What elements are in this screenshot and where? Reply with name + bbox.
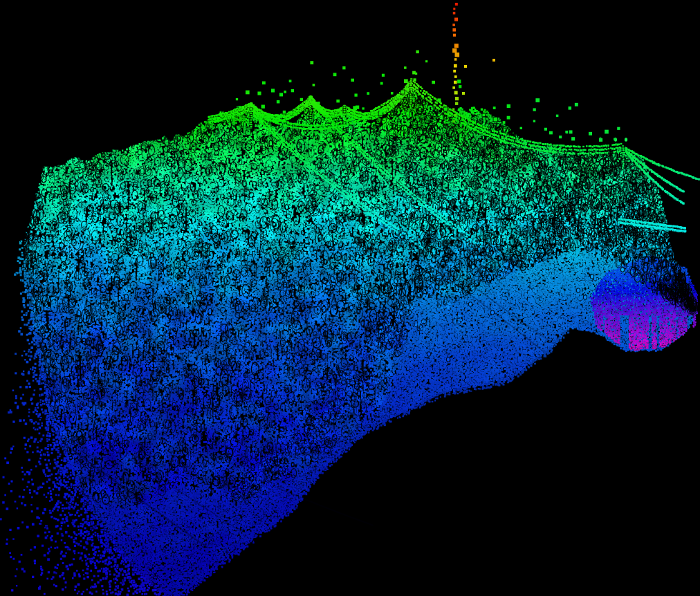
point-cloud-viewport: [0, 0, 700, 596]
point-cloud-render[interactable]: [0, 0, 700, 596]
